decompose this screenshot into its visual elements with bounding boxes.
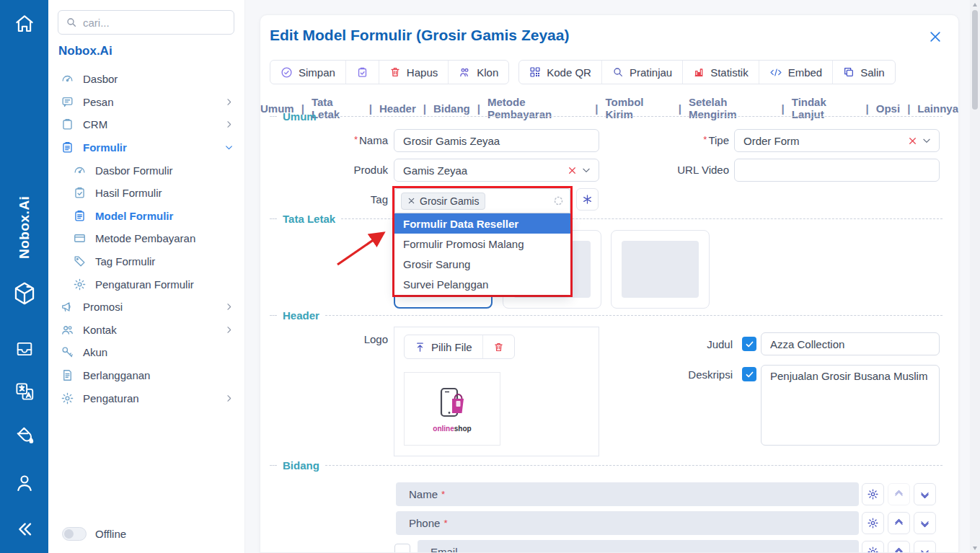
field-settings-button[interactable] xyxy=(862,512,884,534)
theme-paint-icon[interactable] xyxy=(14,425,35,447)
clipboard-check-button[interactable] xyxy=(345,61,379,84)
scrollbar-thumb[interactable] xyxy=(972,10,978,110)
field-settings-button[interactable] xyxy=(862,483,884,505)
sidebar-item-akun[interactable]: Akun xyxy=(48,341,245,364)
kode-qr-button[interactable]: Kode QR xyxy=(519,61,601,84)
bidang-field-phone[interactable]: Phone* xyxy=(396,511,859,535)
pratinjau-button[interactable]: Pratinjau xyxy=(601,61,682,84)
sidebar-item-dasbor[interactable]: Dasbor xyxy=(48,68,245,91)
field-settings-button[interactable] xyxy=(862,541,884,553)
move-up-button[interactable] xyxy=(888,541,910,553)
sidebar-search[interactable] xyxy=(58,10,234,35)
sidebar-item-pengaturan[interactable]: Pengaturan xyxy=(48,386,245,410)
rail-brand: Nobox.Ai xyxy=(0,177,48,278)
sidebar-item-formulir[interactable]: Formulir xyxy=(48,136,245,159)
offline-toggle[interactable] xyxy=(62,527,87,541)
sidebar-item-kontak[interactable]: Kontak xyxy=(48,319,245,342)
url-video-label: URL Video xyxy=(578,164,729,176)
nobox-cube-logo-icon[interactable] xyxy=(12,280,37,307)
page-scrollbar[interactable] xyxy=(970,0,980,553)
chevron-right-icon xyxy=(224,302,234,311)
tipe-select[interactable]: Order Form xyxy=(734,129,940,152)
bidang-email-checkbox[interactable] xyxy=(394,544,410,553)
sidebar-item-pesan[interactable]: Pesan xyxy=(48,91,245,114)
url-video-input[interactable] xyxy=(735,159,939,181)
gauge-icon xyxy=(73,164,87,177)
profile-icon[interactable] xyxy=(14,472,35,494)
sidebar-item-model-formulir[interactable]: Model Formulir xyxy=(48,205,245,228)
sidebar-item-dasbor-formulir[interactable]: Dasbor Formulir xyxy=(48,159,245,182)
sidebar-item-crm[interactable]: CRM xyxy=(48,113,245,136)
scroll-up-arrow[interactable] xyxy=(973,3,977,6)
sidebar: Nobox.Ai Dasbor Pesan CRM Formulir xyxy=(48,0,245,553)
clipboard-list-icon xyxy=(61,141,74,154)
qr-code-icon xyxy=(529,66,541,78)
move-down-button[interactable] xyxy=(914,483,936,505)
upload-icon xyxy=(415,342,425,353)
add-tag-button[interactable] xyxy=(576,188,599,211)
sidebar-item-metode-pembayaran[interactable]: Metode Pembayaran xyxy=(48,227,245,250)
code-icon xyxy=(769,67,782,78)
move-up-button[interactable] xyxy=(888,512,910,534)
sidebar-item-tag-formulir[interactable]: Tag Formulir xyxy=(48,250,245,273)
tag-option[interactable]: Survei Pelanggan xyxy=(394,275,570,295)
close-icon[interactable] xyxy=(928,30,943,44)
url-video-input-wrap xyxy=(734,159,940,182)
deskripsi-textarea[interactable]: Penjualan Grosir Busana Muslim xyxy=(762,366,939,445)
collapse-sidebar-icon[interactable] xyxy=(13,518,36,541)
tag-chip[interactable]: Grosir Gamis xyxy=(401,193,485,210)
move-up-button[interactable] xyxy=(888,483,910,505)
move-down-button[interactable] xyxy=(914,512,936,534)
chevron-down-icon xyxy=(922,136,932,146)
sidebar-menu: Dasbor Pesan CRM Formulir Dasbor Formuli… xyxy=(48,68,245,410)
magnifier-icon xyxy=(612,66,624,78)
clear-icon[interactable] xyxy=(568,166,577,175)
gear-icon xyxy=(61,391,74,405)
layout-option-3[interactable] xyxy=(611,230,710,309)
translate-icon[interactable] xyxy=(14,381,35,402)
home-icon[interactable] xyxy=(14,13,35,35)
produk-select[interactable]: Gamis Zeyaa xyxy=(394,159,599,182)
pilih-file-button[interactable]: Pilih File xyxy=(405,335,482,358)
move-down-button[interactable] xyxy=(914,541,936,553)
chevron-down-icon xyxy=(224,143,234,152)
toolbar: Simpan Hapus Klon Kode QR xyxy=(270,60,896,84)
tag-multiselect[interactable]: Grosir Gamis xyxy=(394,188,570,213)
tag-option[interactable]: Formulir Promosi Malang xyxy=(394,234,570,254)
annotation-arrow xyxy=(329,224,394,269)
bidang-field-email[interactable]: Email xyxy=(418,540,859,553)
tag-option[interactable]: Grosir Sarung xyxy=(394,255,570,275)
scroll-down-arrow[interactable] xyxy=(973,547,977,550)
logo-label: Logo xyxy=(282,333,388,345)
hapus-button[interactable]: Hapus xyxy=(379,61,448,84)
tag-dropdown: Formulir Data Reseller Formulir Promosi … xyxy=(394,213,570,295)
clipboard-list-icon xyxy=(73,209,87,223)
bidang-field-name[interactable]: Name* xyxy=(396,482,859,506)
tag-option[interactable]: Formulir Data Reseller xyxy=(394,213,570,234)
nama-input[interactable] xyxy=(394,130,599,151)
remove-chip-icon[interactable] xyxy=(407,197,415,205)
sidebar-item-pengaturan-formulir[interactable]: Pengaturan Formulir xyxy=(48,273,245,296)
remove-logo-button[interactable] xyxy=(482,335,514,358)
sidebar-item-promosi[interactable]: Promosi xyxy=(48,296,245,319)
clear-icon[interactable] xyxy=(908,136,917,146)
sidebar-item-hasil-formulir[interactable]: Hasil Formulir xyxy=(48,182,245,205)
simpan-button[interactable]: Simpan xyxy=(270,61,345,84)
klon-button[interactable]: Klon xyxy=(448,61,508,84)
trash-icon xyxy=(389,66,401,78)
copy-icon xyxy=(843,66,855,78)
clipboard-icon xyxy=(61,118,74,131)
inbox-icon[interactable] xyxy=(14,339,35,359)
logo-panel: Pilih File onlineshop xyxy=(394,327,599,456)
section-tata-letak: Tata Letak xyxy=(270,213,943,225)
statistik-button[interactable]: Statistik xyxy=(682,61,759,84)
embed-button[interactable]: Embed xyxy=(759,61,833,84)
sidebar-item-berlangganan[interactable]: Berlangganan xyxy=(48,364,245,387)
judul-input[interactable] xyxy=(762,333,939,355)
salin-button[interactable]: Salin xyxy=(832,61,894,84)
clone-users-icon xyxy=(459,66,471,79)
judul-checkbox[interactable] xyxy=(742,337,756,351)
deskripsi-checkbox[interactable] xyxy=(742,367,756,381)
search-input[interactable] xyxy=(83,17,226,29)
nama-label: *Nama xyxy=(282,134,388,146)
